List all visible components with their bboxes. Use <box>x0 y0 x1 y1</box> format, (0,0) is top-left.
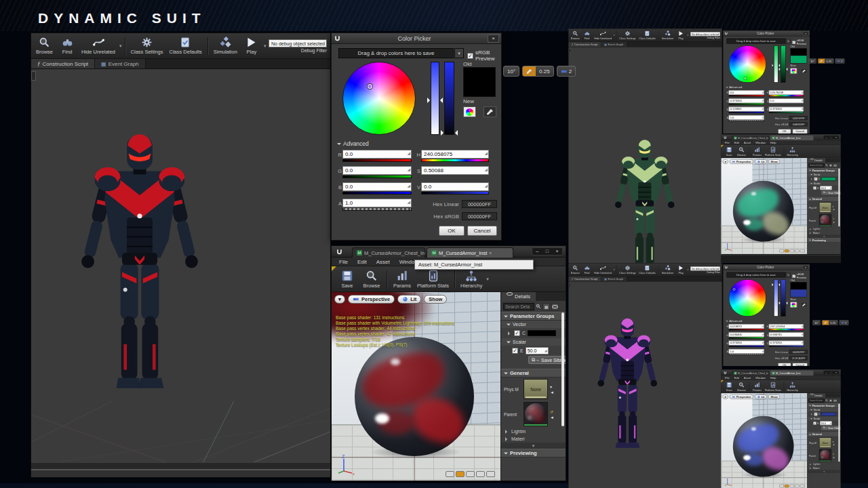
hex-srgb-field[interactable]: 000000FF <box>462 212 497 220</box>
lit-button[interactable]: Lit <box>755 394 767 399</box>
menu-file[interactable]: File <box>723 140 732 144</box>
color-wheel-cursor[interactable] <box>733 288 736 291</box>
menu-file[interactable]: File <box>334 258 353 266</box>
tab-inst-material[interactable]: MM_CursedArmor_Inst <box>770 136 814 141</box>
debug-filter-label[interactable]: Debug Filter <box>707 36 719 39</box>
menu-asset[interactable]: Asset <box>372 258 395 266</box>
color-picker-titlebar[interactable]: Color Picker × <box>724 31 810 37</box>
maximize-icon[interactable]: □ <box>831 136 832 139</box>
r-value-field[interactable]: 0.0 <box>342 150 412 159</box>
b-value-field[interactable]: 0.0 <box>342 182 412 191</box>
g-value-field[interactable]: 0.373264 <box>729 98 764 103</box>
vector-color-swatch[interactable] <box>821 178 835 181</box>
chevron-down-icon[interactable]: ▾ <box>119 43 122 49</box>
viewport-options-button[interactable]: ▾ <box>723 394 728 399</box>
show-button[interactable]: Show <box>424 295 447 304</box>
class-settings-button[interactable]: Class Settings <box>128 34 166 58</box>
color-dropzone[interactable]: Drag & drop colors here to save <box>338 48 454 58</box>
cylinder-mesh-button[interactable] <box>446 471 454 477</box>
parent-material-thumbnail[interactable] <box>524 402 548 426</box>
use-selected-icon[interactable]: ◄ <box>833 456 835 458</box>
parameter-groups-header[interactable]: Parameter Groups <box>501 312 566 321</box>
expander-right-icon[interactable] <box>508 331 512 336</box>
slider-handle[interactable] <box>777 64 780 66</box>
slider-handle[interactable] <box>452 130 458 136</box>
saturation-slider[interactable] <box>774 279 778 317</box>
grid-view-icon[interactable]: ▦ <box>542 303 550 310</box>
custom-mesh-button[interactable] <box>800 485 805 488</box>
phys-material-dropdown[interactable]: None <box>524 379 548 399</box>
show-button[interactable]: Show <box>768 159 780 164</box>
slider-handle[interactable] <box>779 302 782 304</box>
a-gradient[interactable] <box>342 208 412 211</box>
params-button[interactable]: Params <box>751 145 763 157</box>
parent-material-thumbnail[interactable] <box>819 449 831 462</box>
play-button[interactable]: Play <box>675 29 686 41</box>
checkbox-checked-icon[interactable]: ✓ <box>814 178 818 181</box>
viewport-options-button[interactable]: ▾ <box>334 295 345 304</box>
blueprint-viewport[interactable] <box>569 47 722 264</box>
menu-edit[interactable]: Edit <box>732 140 741 144</box>
color-wheel-mode-button[interactable] <box>790 68 797 74</box>
vector-color-swatch[interactable] <box>528 330 556 336</box>
browse-button[interactable]: Browse <box>570 264 581 276</box>
search-input[interactable] <box>809 163 825 167</box>
perspective-button[interactable]: Perspective <box>730 159 753 164</box>
tab-inst-material[interactable]: MM_CursedArmor_Inst▾ <box>427 247 513 258</box>
lit-button[interactable]: Lit <box>755 159 767 164</box>
color-picker-titlebar[interactable]: Color Picker × <box>332 33 501 44</box>
play-button[interactable]: Play <box>675 264 686 276</box>
color-wheel-cursor[interactable] <box>368 84 372 89</box>
slider-handle[interactable] <box>437 98 443 103</box>
minimize-icon[interactable]: – <box>825 136 827 139</box>
material-preview-sphere[interactable] <box>355 337 474 456</box>
platform-stats-button[interactable]: Platform Stats <box>764 380 782 392</box>
material-editor-titlebar[interactable]: MM_CursedArmor_Chest_In MM_CursedArmor_I… <box>332 246 566 258</box>
hex-srgb-field[interactable]: 00A863FF <box>789 122 808 126</box>
tab-event-graph[interactable]: ▦Event Graph <box>95 59 145 68</box>
eye-filter-icon[interactable] <box>833 163 837 167</box>
simulation-button[interactable]: Simulation <box>660 264 675 276</box>
b-gradient[interactable] <box>342 192 412 195</box>
s-value-field[interactable]: 1.0 <box>769 98 804 103</box>
ok-button[interactable]: OK <box>778 129 791 134</box>
color-wheel-cursor[interactable] <box>744 77 747 80</box>
saturation-slider[interactable] <box>774 45 778 83</box>
checkbox-checked-icon[interactable]: ✓ <box>813 422 816 425</box>
menu-asset[interactable]: Asset <box>741 140 753 144</box>
lightmass-section[interactable]: Lightm <box>501 428 566 435</box>
material-editor-titlebar[interactable]: MM_CursedArmor_Chest_In MM_CursedArmor_I… <box>722 135 841 141</box>
srgb-preview-toggle[interactable]: ✓sRGB Preview <box>793 273 810 279</box>
debug-object-select[interactable]: No debug object selected <box>690 32 720 36</box>
collapsed-panel-nub[interactable] <box>31 71 36 81</box>
details-expand-divider[interactable]: ▼ <box>501 443 566 449</box>
cube-mesh-button[interactable] <box>795 485 800 488</box>
scalar-value-field[interactable]: 50.0 <box>526 347 549 354</box>
plane-mesh-button[interactable] <box>789 249 794 253</box>
browse-button[interactable]: Browse <box>736 145 747 157</box>
chevron-down-icon[interactable]: ▾ <box>614 34 615 37</box>
simulation-button[interactable]: Simulation <box>660 29 675 41</box>
srgb-preview-toggle[interactable]: ✓ sRGB Preview <box>467 49 501 62</box>
g-value-field[interactable]: 0.036406 <box>729 332 764 337</box>
find-button[interactable]: Find <box>581 29 592 41</box>
chevron-down-icon[interactable]: ▾ <box>687 34 688 37</box>
ok-button[interactable]: OK <box>778 363 791 366</box>
tab-event-graph[interactable]: ▦Event Graph <box>601 42 627 47</box>
details-scrollbar[interactable] <box>561 312 564 426</box>
perspective-button[interactable]: Perspective <box>348 295 395 304</box>
details-scrollbar[interactable] <box>838 403 840 462</box>
chevron-down-icon[interactable]: ▾ <box>614 268 615 271</box>
slider-handle[interactable] <box>785 302 787 304</box>
checkbox-checked-icon[interactable]: ✓ <box>814 413 818 416</box>
checkbox-checked-icon[interactable]: ✓ <box>514 330 520 336</box>
plane-mesh-button[interactable] <box>466 471 475 477</box>
a-value-field[interactable]: 1.0 <box>342 199 412 207</box>
g-gradient[interactable] <box>342 176 412 178</box>
menu-file[interactable]: File <box>723 375 732 380</box>
tab-construction-script[interactable]: ƒConstruction Script <box>569 42 601 47</box>
blueprint-viewport[interactable] <box>569 282 722 488</box>
viewport-options-button[interactable]: ▾ <box>723 159 728 164</box>
params-button[interactable]: Params <box>751 380 763 392</box>
browse-button[interactable]: Browse <box>360 267 383 291</box>
